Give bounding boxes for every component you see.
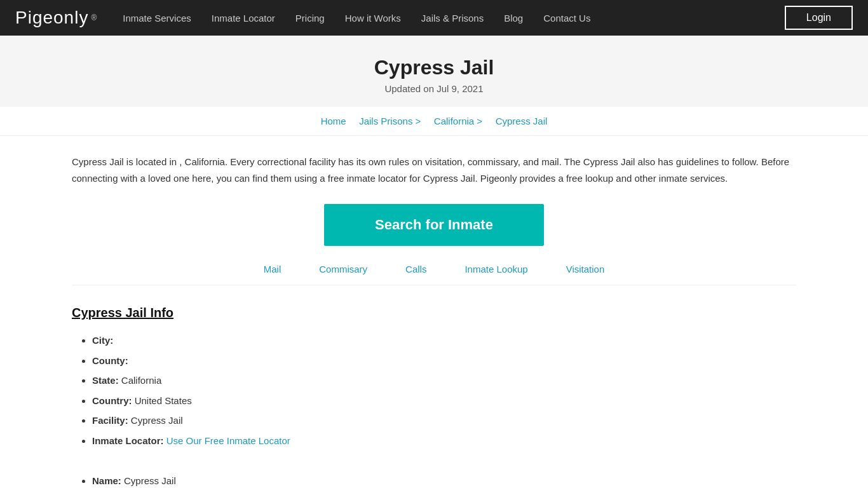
inmate-locator-link[interactable]: Use Our Free Inmate Locator xyxy=(166,435,290,446)
search-button-container: Search for Inmate xyxy=(72,204,796,246)
breadcrumb-sep2 xyxy=(426,116,431,126)
jail-info-section: Cypress Jail Info City: County: State: C… xyxy=(72,306,796,451)
nav-how-it-works[interactable]: How it Works xyxy=(345,13,401,24)
nav-jails-prisons[interactable]: Jails & Prisons xyxy=(421,13,484,24)
page-header: Cypress Jail Updated on Jul 9, 2021 xyxy=(0,36,868,107)
contact-section: Name: Cypress Jail Address: Phone: xyxy=(72,471,796,488)
tab-inmate-lookup[interactable]: Inmate Lookup xyxy=(465,264,527,274)
jail-info-title: Cypress Jail Info xyxy=(72,306,796,320)
info-city: City: xyxy=(92,330,796,351)
site-logo[interactable]: Pigeonly ® xyxy=(15,8,97,28)
info-state: State: California xyxy=(92,370,796,391)
info-county: County: xyxy=(92,351,796,371)
breadcrumb-jails[interactable]: Jails Prisons > xyxy=(359,116,421,126)
intro-text: Cypress Jail is located in , California.… xyxy=(72,154,796,186)
info-facility: Facility: Cypress Jail xyxy=(92,410,796,431)
login-button[interactable]: Login xyxy=(785,6,853,30)
breadcrumb: Home Jails Prisons > California > Cypres… xyxy=(0,107,868,136)
updated-date: Updated on Jul 9, 2021 xyxy=(0,83,868,94)
state-label: State: xyxy=(92,375,119,386)
nav-inmate-services[interactable]: Inmate Services xyxy=(123,13,191,24)
inmate-locator-label: Inmate Locator: xyxy=(92,435,164,446)
state-value: California xyxy=(121,375,161,386)
page-title: Cypress Jail xyxy=(0,56,868,79)
tab-calls[interactable]: Calls xyxy=(405,264,426,274)
logo-text: Pigeonly xyxy=(15,8,88,28)
breadcrumb-state[interactable]: California > xyxy=(434,116,482,126)
service-tabs: Mail Commisary Calls Inmate Lookup Visit… xyxy=(72,264,796,285)
navbar: Pigeonly ® Inmate Services Inmate Locato… xyxy=(0,0,868,36)
tab-visitation[interactable]: Visitation xyxy=(566,264,605,274)
nav-links: Inmate Services Inmate Locator Pricing H… xyxy=(123,13,785,24)
breadcrumb-sep3 xyxy=(487,116,492,126)
jail-info-list: City: County: State: California Country:… xyxy=(72,330,796,451)
tab-mail[interactable]: Mail xyxy=(264,264,281,274)
nav-pricing[interactable]: Pricing xyxy=(295,13,325,24)
facility-value: Cypress Jail xyxy=(131,415,183,426)
breadcrumb-current[interactable]: Cypress Jail xyxy=(496,116,548,126)
tab-commisary[interactable]: Commisary xyxy=(319,264,367,274)
search-inmate-button[interactable]: Search for Inmate xyxy=(324,204,544,246)
info-inmate-locator: Inmate Locator: Use Our Free Inmate Loca… xyxy=(92,431,796,451)
name-value: Cypress Jail xyxy=(124,475,176,486)
country-value: United States xyxy=(135,395,192,406)
contact-list: Name: Cypress Jail Address: Phone: xyxy=(72,471,796,488)
breadcrumb-sep1 xyxy=(351,116,356,126)
main-content: Cypress Jail is located in , California.… xyxy=(34,136,834,488)
country-label: Country: xyxy=(92,395,132,406)
breadcrumb-home[interactable]: Home xyxy=(321,116,346,126)
nav-contact-us[interactable]: Contact Us xyxy=(543,13,590,24)
info-country: Country: United States xyxy=(92,391,796,411)
county-label: County: xyxy=(92,355,128,366)
contact-name: Name: Cypress Jail xyxy=(92,471,796,488)
nav-inmate-locator[interactable]: Inmate Locator xyxy=(212,13,275,24)
city-label: City: xyxy=(92,335,113,346)
nav-blog[interactable]: Blog xyxy=(504,13,523,24)
facility-label: Facility: xyxy=(92,415,128,426)
name-label: Name: xyxy=(92,475,121,486)
